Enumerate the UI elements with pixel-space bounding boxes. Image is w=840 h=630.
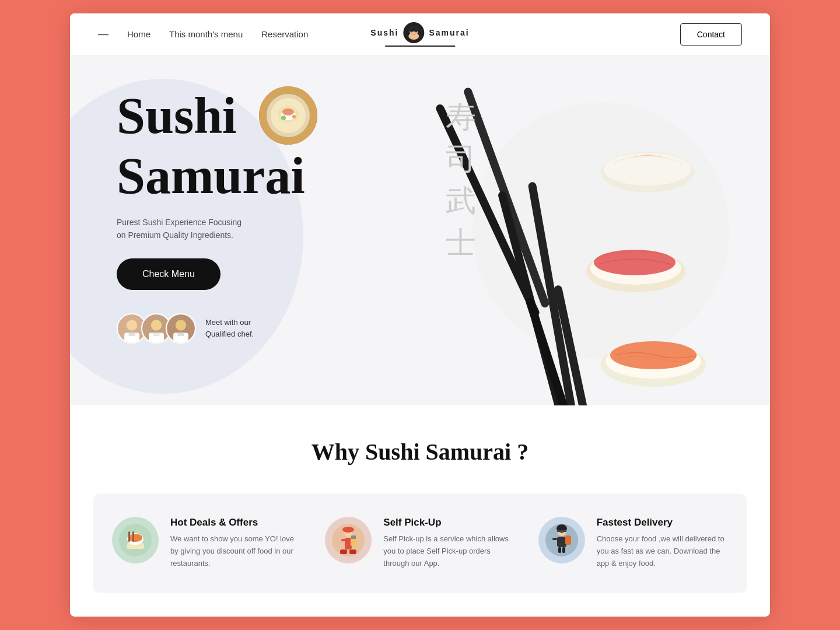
navigation: — Home This month's menu Reservation Sus… <box>70 13 770 55</box>
chef-avatar-3 <box>166 313 196 344</box>
svg-point-42 <box>128 534 142 542</box>
jp-char-1: 寿 <box>446 102 476 132</box>
svg-point-2 <box>408 33 419 40</box>
svg-rect-61 <box>558 547 561 553</box>
card-icon-1 <box>112 517 159 564</box>
chefs-row: Meet with our Qualified chef. <box>117 313 420 344</box>
contact-button[interactable]: Contact <box>680 23 742 46</box>
why-section: Why Sushi Samurai ? <box>70 405 770 466</box>
logo-left-text: Sushi <box>370 28 398 37</box>
why-title: Why Sushi Samurai ? <box>93 438 747 466</box>
card-text-3: Fastest Delivery Choose your food ,we wi… <box>597 517 728 569</box>
svg-rect-51 <box>340 550 347 554</box>
svg-point-9 <box>282 108 294 116</box>
hero-title: Sushi <box>117 90 420 202</box>
check-menu-button[interactable]: Check Menu <box>117 258 220 290</box>
svg-rect-57 <box>557 530 566 532</box>
card-self-pickup: Self Pick-Up Self Pick-up is a service w… <box>325 517 514 569</box>
svg-point-38 <box>610 341 696 369</box>
svg-rect-62 <box>562 547 565 553</box>
samurai-svg-icon <box>404 23 423 42</box>
chefs-label: Meet with our Qualified chef. <box>205 317 254 340</box>
svg-point-3 <box>411 31 412 33</box>
svg-rect-52 <box>349 550 356 554</box>
card-hot-deals: Hot Deals & Offers We want to show you s… <box>112 517 302 569</box>
nav-logo[interactable]: Sushi Samurai <box>370 22 469 47</box>
svg-rect-50 <box>351 536 356 539</box>
nav-dash: — <box>98 28 108 40</box>
jp-char-2: 司 <box>446 144 476 174</box>
card-icon-2 <box>325 517 372 564</box>
hero-section: Sushi <box>70 55 770 405</box>
svg-point-28 <box>604 153 691 186</box>
logo-underline <box>385 46 455 47</box>
nav-right: Contact <box>680 23 742 46</box>
japanese-characters: 寿 司 武 士 <box>446 102 476 258</box>
card-desc-2: Self Pick-up is a service which allows y… <box>383 533 514 569</box>
jp-char-3: 武 <box>446 186 476 216</box>
svg-point-11 <box>292 115 296 118</box>
nav-menu[interactable]: This month's menu <box>169 29 243 39</box>
svg-rect-58 <box>557 537 566 547</box>
hero-content: Sushi <box>70 55 455 405</box>
card-title-2: Self Pick-Up <box>383 517 514 528</box>
sushi-plate-icon <box>265 92 312 139</box>
delivery-icon-svg <box>544 523 579 558</box>
hero-subtitle: Purest Sushi Experience Focusing on Prem… <box>117 216 245 242</box>
card-title-3: Fastest Delivery <box>597 517 728 528</box>
sushi-icon-svg <box>118 523 153 558</box>
svg-rect-48 <box>341 539 346 541</box>
card-text-2: Self Pick-Up Self Pick-up is a service w… <box>383 517 514 569</box>
card-desc-1: We want to show you some YO! love by giv… <box>170 533 302 569</box>
svg-rect-43 <box>128 531 130 542</box>
card-icon-3 <box>538 517 585 564</box>
card-title-1: Hot Deals & Offers <box>170 517 302 528</box>
svg-rect-23 <box>177 332 184 336</box>
svg-point-13 <box>127 320 137 330</box>
pickup-icon-svg <box>331 523 366 558</box>
svg-rect-19 <box>153 332 159 336</box>
svg-rect-49 <box>351 538 356 546</box>
svg-point-4 <box>415 31 417 33</box>
svg-point-10 <box>281 116 286 120</box>
svg-rect-59 <box>565 536 571 545</box>
logo-right-text: Samurai <box>429 28 469 37</box>
svg-point-21 <box>176 320 186 330</box>
chef-3-svg <box>167 314 195 342</box>
svg-rect-44 <box>132 531 134 542</box>
svg-point-17 <box>151 320 162 330</box>
card-text-1: Hot Deals & Offers We want to show you s… <box>170 517 302 569</box>
card-delivery: Fastest Delivery Choose your food ,we wi… <box>538 517 728 569</box>
cards-section: Hot Deals & Offers We want to show you s… <box>93 494 747 593</box>
jp-char-4: 士 <box>446 228 476 258</box>
svg-point-53 <box>342 527 354 533</box>
nav-home[interactable]: Home <box>127 29 150 39</box>
sushi-chopsticks-svg <box>426 55 764 405</box>
svg-rect-15 <box>128 332 135 336</box>
card-desc-3: Choose your food ,we will delivered to y… <box>597 533 728 569</box>
page-wrapper: — Home This month's menu Reservation Sus… <box>70 13 770 616</box>
nav-left: — Home This month's menu Reservation <box>98 28 308 40</box>
nav-reservation[interactable]: Reservation <box>261 29 308 39</box>
dish-image <box>259 86 317 145</box>
logo-icon <box>403 22 424 43</box>
svg-rect-60 <box>552 538 557 540</box>
